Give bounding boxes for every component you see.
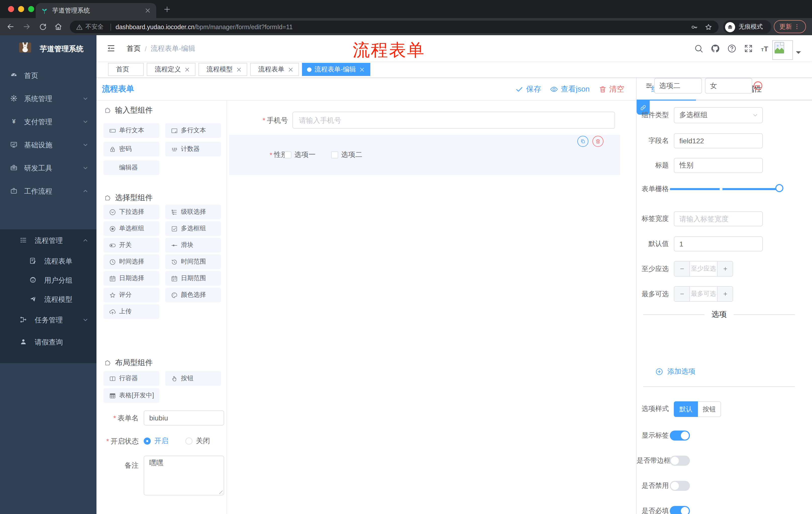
gender-checkbox-2[interactable] — [331, 152, 338, 158]
stepper-minus-button[interactable] — [674, 287, 690, 301]
browser-back-button[interactable] — [6, 22, 15, 31]
default-value-input[interactable] — [674, 236, 763, 251]
component-chip[interactable]: 123 计数器 — [165, 142, 221, 156]
macos-close-button[interactable] — [8, 6, 14, 12]
avatar-caret-icon[interactable] — [796, 51, 801, 56]
drag-handle-icon[interactable] — [645, 82, 653, 89]
sidebar-item[interactable]: 基础设施 — [0, 133, 96, 156]
url-text[interactable]: dashboard.yudao.iocoder.cn/bpm/manager/f… — [116, 23, 293, 30]
tag-close-icon[interactable] — [236, 66, 242, 73]
macos-zoom-button[interactable] — [28, 6, 34, 12]
component-chip[interactable]: 滑块 — [165, 238, 221, 252]
component-chip[interactable]: 行容器 — [104, 371, 159, 386]
sidebar-subitem[interactable]: 任务管理 — [0, 309, 96, 331]
view-json-button[interactable]: 查看json — [550, 84, 590, 94]
component-chip[interactable]: 时间范围 — [165, 254, 221, 269]
fontsize-icon[interactable]: TT — [760, 44, 770, 53]
sidebar-item[interactable]: ¥ 支付管理 — [0, 110, 96, 133]
stepper-minus-button[interactable] — [674, 262, 690, 276]
tab-close-icon[interactable] — [144, 7, 151, 14]
component-chip[interactable]: 级联选择 — [165, 205, 221, 219]
remove-option-icon[interactable] — [753, 80, 763, 91]
add-option-button[interactable]: 添加选项 — [655, 367, 695, 376]
form-name-input[interactable] — [144, 410, 224, 426]
toggle-switch[interactable] — [670, 431, 690, 440]
component-chip[interactable]: 开关 — [104, 238, 159, 252]
tag[interactable]: 流程定义 — [147, 63, 196, 76]
title-input[interactable] — [674, 158, 763, 173]
component-chip[interactable]: 单行文本 — [104, 123, 159, 138]
grid-slider-track[interactable] — [670, 188, 781, 190]
sidebar-subitem[interactable]: 流程表单 — [0, 251, 96, 271]
style-button-button[interactable]: 按钮 — [698, 401, 721, 417]
omnibox[interactable]: 不安全 dashboard.yudao.iocoder.cn/bpm/manag… — [70, 21, 719, 33]
component-chip[interactable]: 时间选择 — [104, 254, 159, 269]
sidebar-subitem[interactable]: 流程管理 — [0, 229, 96, 251]
delete-component-button[interactable] — [592, 136, 604, 147]
component-chip[interactable]: 上传 — [104, 304, 159, 319]
component-chip[interactable]: 评分 — [104, 288, 159, 302]
sidebar-item[interactable]: 首页 — [0, 64, 96, 87]
component-chip[interactable]: 按钮 — [165, 371, 221, 386]
option-name-input[interactable] — [654, 78, 702, 93]
component-chip[interactable]: 单选框组 — [104, 221, 159, 236]
search-icon[interactable] — [694, 44, 703, 53]
component-chip[interactable]: 编辑器 — [104, 160, 159, 175]
sidebar-subitem[interactable]: 流程模型 — [0, 290, 96, 309]
fullscreen-icon[interactable] — [744, 44, 753, 53]
security-label[interactable]: 不安全 — [85, 23, 104, 31]
status-radio-off[interactable]: 关闭 — [185, 435, 210, 448]
tag[interactable]: 流程模型 — [199, 63, 247, 76]
browser-menu-icon[interactable] — [793, 23, 801, 30]
phone-field-input[interactable] — [292, 112, 615, 129]
style-default-button[interactable]: 默认 — [674, 401, 698, 417]
tag[interactable]: 流程表单 — [250, 63, 299, 76]
bookmark-star-icon[interactable] — [704, 23, 713, 31]
sidebar-item[interactable]: 研发工具 — [0, 156, 96, 180]
gender-checkbox-1[interactable] — [284, 152, 291, 158]
save-button[interactable]: 保存 — [515, 84, 541, 94]
label-width-input[interactable] — [674, 211, 763, 226]
breadcrumb-home[interactable]: 首页 — [127, 44, 141, 53]
browser-forward-button[interactable] — [22, 22, 31, 31]
max-select-placeholder[interactable]: 最多可选 — [690, 287, 717, 301]
component-chip[interactable]: 下拉选择 — [104, 205, 159, 219]
sidebar-item[interactable]: 工作流程 — [0, 180, 96, 203]
sidebar-subitem[interactable]: 请假查询 — [0, 331, 96, 353]
tag-close-icon[interactable] — [287, 66, 294, 73]
stepper-plus-button[interactable] — [717, 262, 733, 276]
status-radio-on[interactable]: 开启 — [144, 435, 168, 448]
sidebar-fold-icon[interactable] — [107, 44, 116, 53]
component-chip[interactable]: 多选框组 — [165, 221, 221, 236]
sidebar-item[interactable]: 系统管理 — [0, 87, 96, 110]
component-chip[interactable]: 日期选择 — [104, 271, 159, 286]
browser-update-button[interactable]: 更新 — [774, 20, 806, 33]
component-chip[interactable]: 密码 — [104, 142, 159, 156]
min-select-placeholder[interactable]: 至少应选 — [690, 262, 717, 276]
component-chip[interactable]: 表格[开发中] — [104, 388, 159, 403]
tag[interactable]: 流程表单-编辑 — [302, 63, 371, 76]
component-type-select[interactable]: 多选框组 — [674, 107, 763, 123]
new-tab-button[interactable] — [163, 5, 171, 13]
field-name-input[interactable] — [674, 133, 763, 148]
copy-component-button[interactable] — [577, 136, 588, 147]
browser-reload-button[interactable] — [38, 22, 47, 31]
component-chip[interactable]: 多行文本 — [165, 123, 221, 138]
github-icon[interactable] — [710, 44, 720, 53]
toggle-switch[interactable] — [670, 456, 690, 466]
form-canvas[interactable]: *手机号 *性别 选项一 选项二 — [227, 101, 636, 514]
clear-button[interactable]: 清空 — [598, 84, 624, 94]
tag-close-icon[interactable] — [359, 66, 366, 73]
component-chip[interactable]: 颜色选择 — [165, 288, 221, 302]
macos-minimize-button[interactable] — [18, 6, 24, 12]
tag-close-icon[interactable] — [184, 66, 191, 73]
toggle-switch[interactable] — [670, 506, 690, 514]
component-chip[interactable]: 日期范围 — [165, 271, 221, 286]
form-remark-textarea[interactable]: 嘿嘿 — [144, 456, 224, 495]
stepper-plus-button[interactable] — [717, 287, 733, 301]
selected-component-gender[interactable]: *性别 选项一 选项二 — [229, 135, 620, 175]
avatar[interactable] — [772, 40, 793, 60]
password-key-icon[interactable] — [690, 23, 698, 31]
option-value-input[interactable] — [705, 78, 752, 93]
browser-tab[interactable]: 芋道管理系统 — [36, 3, 156, 18]
